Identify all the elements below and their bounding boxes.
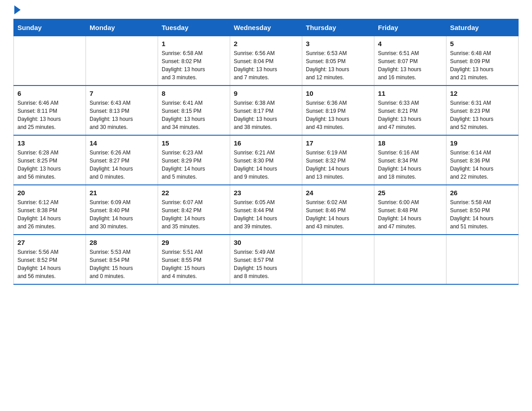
- day-info: Sunrise: 6:16 AM Sunset: 8:34 PM Dayligh…: [378, 149, 442, 181]
- calendar-cell: 30Sunrise: 5:49 AM Sunset: 8:57 PM Dayli…: [230, 235, 302, 284]
- weekday-header-tuesday: Tuesday: [158, 19, 230, 36]
- day-info: Sunrise: 6:21 AM Sunset: 8:30 PM Dayligh…: [234, 149, 298, 181]
- weekday-header-saturday: Saturday: [446, 19, 519, 36]
- day-info: Sunrise: 6:36 AM Sunset: 8:19 PM Dayligh…: [306, 99, 370, 131]
- weekday-header-wednesday: Wednesday: [230, 19, 302, 36]
- day-number: 6: [17, 90, 82, 97]
- day-number: 15: [162, 139, 226, 147]
- day-number: 11: [378, 90, 442, 97]
- day-number: 29: [162, 239, 226, 246]
- calendar-cell: 15Sunrise: 6:23 AM Sunset: 8:29 PM Dayli…: [158, 135, 230, 185]
- calendar-cell: 6Sunrise: 6:46 AM Sunset: 8:11 PM Daylig…: [14, 86, 86, 135]
- day-info: Sunrise: 6:48 AM Sunset: 8:09 PM Dayligh…: [450, 49, 515, 81]
- calendar-cell: 14Sunrise: 6:26 AM Sunset: 8:27 PM Dayli…: [86, 135, 158, 185]
- calendar-cell: [86, 36, 158, 86]
- calendar-cell: 23Sunrise: 6:05 AM Sunset: 8:44 PM Dayli…: [230, 185, 302, 235]
- day-info: Sunrise: 6:28 AM Sunset: 8:25 PM Dayligh…: [17, 149, 82, 181]
- week-row-1: 1Sunrise: 6:58 AM Sunset: 8:02 PM Daylig…: [14, 36, 519, 86]
- day-info: Sunrise: 6:00 AM Sunset: 8:48 PM Dayligh…: [378, 198, 442, 231]
- day-number: 5: [450, 40, 515, 47]
- calendar-cell: 22Sunrise: 6:07 AM Sunset: 8:42 PM Dayli…: [158, 185, 230, 235]
- day-info: Sunrise: 6:51 AM Sunset: 8:07 PM Dayligh…: [378, 49, 442, 81]
- day-number: 12: [450, 90, 515, 97]
- day-number: 28: [90, 239, 154, 246]
- calendar-cell: 21Sunrise: 6:09 AM Sunset: 8:40 PM Dayli…: [86, 185, 158, 235]
- calendar-cell: 9Sunrise: 6:38 AM Sunset: 8:17 PM Daylig…: [230, 86, 302, 135]
- calendar-cell: 26Sunrise: 5:58 AM Sunset: 8:50 PM Dayli…: [446, 185, 519, 235]
- day-info: Sunrise: 6:56 AM Sunset: 8:04 PM Dayligh…: [234, 49, 298, 81]
- day-info: Sunrise: 6:33 AM Sunset: 8:21 PM Dayligh…: [378, 99, 442, 131]
- weekday-header-thursday: Thursday: [302, 19, 374, 36]
- calendar-cell: 1Sunrise: 6:58 AM Sunset: 8:02 PM Daylig…: [158, 36, 230, 86]
- day-number: 16: [234, 139, 298, 147]
- weekday-header-friday: Friday: [374, 19, 446, 36]
- day-number: 4: [378, 40, 442, 47]
- calendar-cell: 7Sunrise: 6:43 AM Sunset: 8:13 PM Daylig…: [86, 86, 158, 135]
- day-info: Sunrise: 6:26 AM Sunset: 8:27 PM Dayligh…: [90, 149, 154, 181]
- calendar-cell: 13Sunrise: 6:28 AM Sunset: 8:25 PM Dayli…: [14, 135, 86, 185]
- calendar-cell: 4Sunrise: 6:51 AM Sunset: 8:07 PM Daylig…: [374, 36, 446, 86]
- day-info: Sunrise: 5:56 AM Sunset: 8:52 PM Dayligh…: [17, 248, 82, 280]
- day-number: 17: [306, 139, 370, 147]
- day-number: 24: [306, 189, 370, 197]
- day-number: 27: [17, 239, 82, 246]
- weekday-header-row: SundayMondayTuesdayWednesdayThursdayFrid…: [14, 19, 519, 36]
- day-info: Sunrise: 5:53 AM Sunset: 8:54 PM Dayligh…: [90, 248, 154, 280]
- day-number: 21: [90, 189, 154, 197]
- day-info: Sunrise: 6:07 AM Sunset: 8:42 PM Dayligh…: [162, 198, 226, 231]
- day-number: 20: [17, 189, 82, 197]
- calendar-cell: 2Sunrise: 6:56 AM Sunset: 8:04 PM Daylig…: [230, 36, 302, 86]
- day-info: Sunrise: 6:53 AM Sunset: 8:05 PM Dayligh…: [306, 49, 370, 81]
- calendar-cell: 8Sunrise: 6:41 AM Sunset: 8:15 PM Daylig…: [158, 86, 230, 135]
- day-number: 9: [234, 90, 298, 97]
- day-number: 1: [162, 40, 226, 47]
- calendar-cell: 11Sunrise: 6:33 AM Sunset: 8:21 PM Dayli…: [374, 86, 446, 135]
- calendar-cell: 12Sunrise: 6:31 AM Sunset: 8:23 PM Dayli…: [446, 86, 519, 135]
- calendar-cell: 24Sunrise: 6:02 AM Sunset: 8:46 PM Dayli…: [302, 185, 374, 235]
- day-number: 2: [234, 40, 298, 47]
- day-number: 26: [450, 189, 515, 197]
- day-info: Sunrise: 6:41 AM Sunset: 8:15 PM Dayligh…: [162, 99, 226, 131]
- calendar-cell: 28Sunrise: 5:53 AM Sunset: 8:54 PM Dayli…: [86, 235, 158, 284]
- day-number: 25: [378, 189, 442, 197]
- day-number: 3: [306, 40, 370, 47]
- day-info: Sunrise: 6:02 AM Sunset: 8:46 PM Dayligh…: [306, 198, 370, 231]
- day-info: Sunrise: 5:58 AM Sunset: 8:50 PM Dayligh…: [450, 198, 515, 231]
- day-info: Sunrise: 6:12 AM Sunset: 8:38 PM Dayligh…: [17, 198, 82, 231]
- day-number: 30: [234, 239, 298, 246]
- day-info: Sunrise: 6:14 AM Sunset: 8:36 PM Dayligh…: [450, 149, 515, 181]
- weekday-header-monday: Monday: [86, 19, 158, 36]
- logo: [13, 9, 21, 14]
- day-number: 10: [306, 90, 370, 97]
- week-row-3: 13Sunrise: 6:28 AM Sunset: 8:25 PM Dayli…: [14, 135, 519, 185]
- day-number: 8: [162, 90, 226, 97]
- calendar-cell: 19Sunrise: 6:14 AM Sunset: 8:36 PM Dayli…: [446, 135, 519, 185]
- day-number: 19: [450, 139, 515, 147]
- calendar-cell: 20Sunrise: 6:12 AM Sunset: 8:38 PM Dayli…: [14, 185, 86, 235]
- logo-triangle-icon: [14, 5, 21, 14]
- weekday-header-sunday: Sunday: [14, 19, 86, 36]
- day-info: Sunrise: 6:38 AM Sunset: 8:17 PM Dayligh…: [234, 99, 298, 131]
- day-info: Sunrise: 6:46 AM Sunset: 8:11 PM Dayligh…: [17, 99, 82, 131]
- calendar-cell: 17Sunrise: 6:19 AM Sunset: 8:32 PM Dayli…: [302, 135, 374, 185]
- day-number: 13: [17, 139, 82, 147]
- calendar-table: SundayMondayTuesdayWednesdayThursdayFrid…: [13, 19, 519, 285]
- calendar-cell: [446, 235, 519, 284]
- header: [13, 9, 519, 14]
- day-info: Sunrise: 6:31 AM Sunset: 8:23 PM Dayligh…: [450, 99, 515, 131]
- calendar-cell: 5Sunrise: 6:48 AM Sunset: 8:09 PM Daylig…: [446, 36, 519, 86]
- day-info: Sunrise: 6:09 AM Sunset: 8:40 PM Dayligh…: [90, 198, 154, 231]
- calendar-cell: 3Sunrise: 6:53 AM Sunset: 8:05 PM Daylig…: [302, 36, 374, 86]
- calendar-cell: 29Sunrise: 5:51 AM Sunset: 8:55 PM Dayli…: [158, 235, 230, 284]
- day-info: Sunrise: 6:05 AM Sunset: 8:44 PM Dayligh…: [234, 198, 298, 231]
- day-info: Sunrise: 6:43 AM Sunset: 8:13 PM Dayligh…: [90, 99, 154, 131]
- day-info: Sunrise: 5:51 AM Sunset: 8:55 PM Dayligh…: [162, 248, 226, 280]
- day-number: 7: [90, 90, 154, 97]
- calendar-cell: [374, 235, 446, 284]
- day-number: 22: [162, 189, 226, 197]
- week-row-4: 20Sunrise: 6:12 AM Sunset: 8:38 PM Dayli…: [14, 185, 519, 235]
- calendar-cell: 18Sunrise: 6:16 AM Sunset: 8:34 PM Dayli…: [374, 135, 446, 185]
- calendar-cell: [14, 36, 86, 86]
- day-info: Sunrise: 6:58 AM Sunset: 8:02 PM Dayligh…: [162, 49, 226, 81]
- day-info: Sunrise: 5:49 AM Sunset: 8:57 PM Dayligh…: [234, 248, 298, 280]
